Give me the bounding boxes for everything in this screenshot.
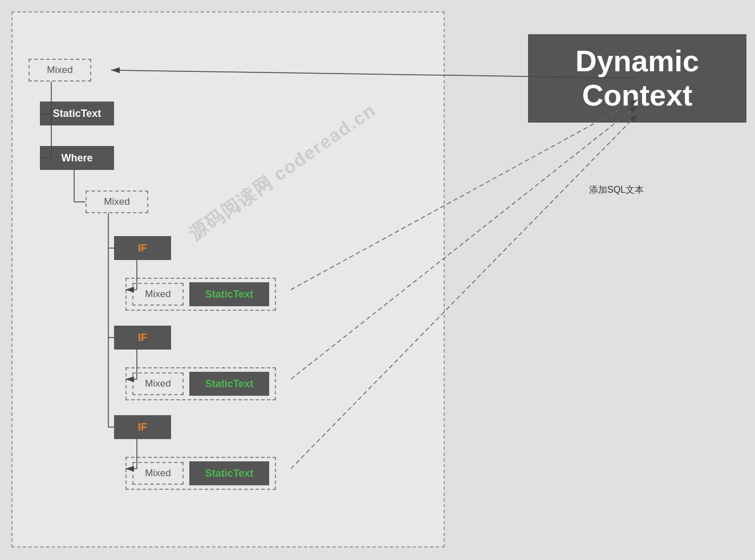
- mixed-label-3: Mixed: [132, 462, 184, 485]
- static-text-label: StaticText: [40, 102, 114, 125]
- node-where: Where: [40, 146, 114, 170]
- node-if-1: IF: [114, 236, 171, 260]
- where-label: Where: [40, 146, 114, 170]
- node-mixed-static-3: Mixed StaticText: [125, 457, 276, 490]
- mixed-label-2: Mixed: [132, 372, 184, 395]
- mixed-static-container-1: Mixed StaticText: [125, 278, 276, 311]
- if-2-label: IF: [114, 326, 171, 350]
- dynamic-context-title: Dynamic Context: [528, 44, 746, 113]
- node-mixed-top: Mixed: [29, 59, 91, 82]
- mixed-top-label: Mixed: [29, 59, 91, 82]
- mixed-static-container-3: Mixed StaticText: [125, 457, 276, 490]
- node-static-text: StaticText: [40, 102, 114, 125]
- node-if-3: IF: [114, 415, 171, 439]
- mixed-static-container-2: Mixed StaticText: [125, 367, 276, 400]
- dynamic-context-box: Dynamic Context: [528, 34, 746, 123]
- static-text-green-2: StaticText: [189, 372, 269, 396]
- mixed-label-1: Mixed: [132, 283, 184, 306]
- node-mixed-2: Mixed: [86, 190, 148, 213]
- node-mixed-static-2: Mixed StaticText: [125, 367, 276, 400]
- static-text-green-3: StaticText: [189, 461, 269, 485]
- add-sql-label: 添加SQL文本: [589, 184, 644, 196]
- if-1-label: IF: [114, 236, 171, 260]
- static-text-green-1: StaticText: [189, 282, 269, 306]
- if-3-label: IF: [114, 415, 171, 439]
- node-if-2: IF: [114, 326, 171, 350]
- mixed-2-label: Mixed: [86, 190, 148, 213]
- node-mixed-static-1: Mixed StaticText: [125, 278, 276, 311]
